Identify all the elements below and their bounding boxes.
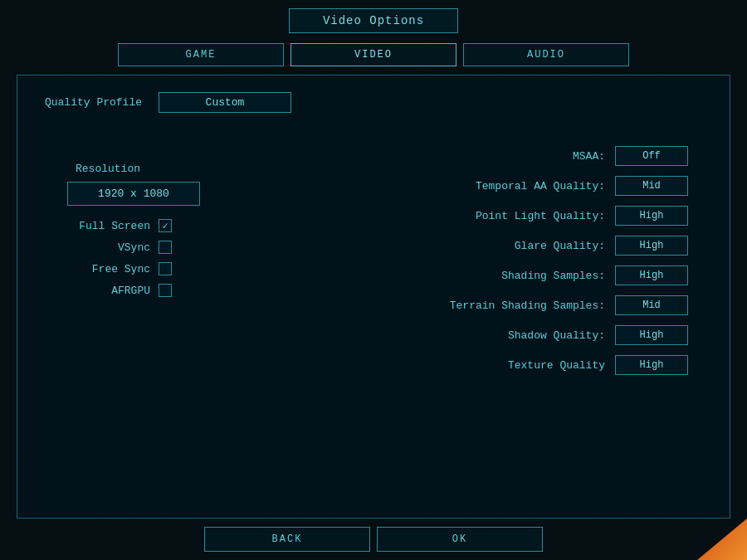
fullscreen-label: Full Screen xyxy=(67,220,150,232)
corner-decoration xyxy=(697,519,747,560)
glare-value[interactable]: High xyxy=(615,236,688,256)
freesync-row: Free Sync xyxy=(67,262,172,275)
point-light-row: Point Light Quality: High xyxy=(378,206,688,226)
bottom-bar: BACK OK xyxy=(17,527,730,552)
corner-triangle xyxy=(697,519,747,560)
shadow-quality-value[interactable]: High xyxy=(615,325,688,345)
glare-row: Glare Quality: High xyxy=(378,236,688,256)
quality-profile-value[interactable]: Custom xyxy=(159,92,291,113)
shading-samples-row: Shading Samples: High xyxy=(378,265,688,285)
vsync-row: VSync xyxy=(67,241,172,254)
left-column: Resolution 1920 x 1080 Full Screen VSync… xyxy=(42,146,378,375)
afrgpu-label: AFRGPU xyxy=(67,285,150,297)
tabs-row: GAME VIDEO AUDIO xyxy=(17,43,730,66)
quality-profile-label: Quality Profile xyxy=(42,96,142,109)
texture-quality-label: Texture Quality xyxy=(508,359,605,372)
right-column: MSAA: Off Temporal AA Quality: Mid Point… xyxy=(378,146,705,375)
texture-quality-row: Texture Quality High xyxy=(378,355,688,375)
page-title: Video Options xyxy=(289,8,458,33)
afrgpu-row: AFRGPU xyxy=(67,284,172,297)
terrain-shading-value[interactable]: Mid xyxy=(615,295,688,315)
temporal-aa-label: Temporal AA Quality: xyxy=(476,180,605,192)
tab-audio[interactable]: AUDIO xyxy=(463,43,629,66)
main-panel: Quality Profile Custom Resolution 1920 x… xyxy=(17,75,730,519)
quality-profile-row: Quality Profile Custom xyxy=(42,92,705,113)
freesync-label: Free Sync xyxy=(67,263,150,275)
msaa-row: MSAA: Off xyxy=(378,146,688,166)
shading-samples-value[interactable]: High xyxy=(615,265,688,285)
point-light-label: Point Light Quality: xyxy=(476,210,605,222)
msaa-value[interactable]: Off xyxy=(615,146,688,166)
shadow-quality-row: Shadow Quality: High xyxy=(378,325,688,345)
freesync-checkbox[interactable] xyxy=(159,262,172,275)
content-area: Resolution 1920 x 1080 Full Screen VSync… xyxy=(42,146,705,375)
temporal-aa-row: Temporal AA Quality: Mid xyxy=(378,176,688,196)
tab-game[interactable]: GAME xyxy=(118,43,284,66)
tab-video[interactable]: VIDEO xyxy=(290,43,456,66)
texture-quality-value[interactable]: High xyxy=(615,355,688,375)
back-button[interactable]: BACK xyxy=(204,527,370,552)
vsync-label: VSync xyxy=(67,241,150,254)
msaa-label: MSAA: xyxy=(573,150,605,163)
glare-label: Glare Quality: xyxy=(515,240,605,252)
temporal-aa-value[interactable]: Mid xyxy=(615,176,688,196)
shadow-quality-label: Shadow Quality: xyxy=(508,329,605,342)
vsync-checkbox[interactable] xyxy=(159,241,172,254)
terrain-shading-label: Terrain Shading Samples: xyxy=(450,299,605,312)
shading-samples-label: Shading Samples: xyxy=(501,270,605,282)
resolution-label: Resolution xyxy=(76,163,140,175)
fullscreen-checkbox[interactable] xyxy=(159,219,172,232)
terrain-shading-row: Terrain Shading Samples: Mid xyxy=(378,295,688,315)
ok-button[interactable]: OK xyxy=(377,527,543,552)
resolution-input[interactable]: 1920 x 1080 xyxy=(67,182,200,206)
point-light-value[interactable]: High xyxy=(615,206,688,226)
page-wrapper: Video Options GAME VIDEO AUDIO Quality P… xyxy=(0,0,747,560)
fullscreen-row: Full Screen xyxy=(67,219,172,232)
afrgpu-checkbox[interactable] xyxy=(159,284,172,297)
